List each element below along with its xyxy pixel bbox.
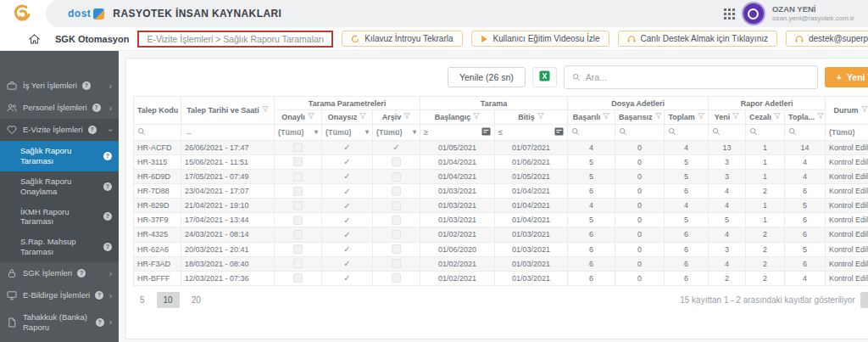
help-badge[interactable]: ?: [77, 269, 86, 278]
col-bitis[interactable]: Bitiş: [495, 110, 568, 125]
search-box[interactable]: [564, 65, 818, 89]
filter-icon[interactable]: [403, 113, 410, 121]
page-button[interactable]: 1: [860, 292, 868, 308]
col-talep-tarihi[interactable]: Talep Tarihi ve Saati: [181, 97, 275, 125]
help-badge[interactable]: ?: [103, 212, 112, 221]
baslangic-cell: 01/03/2021: [420, 199, 495, 213]
col-onayli[interactable]: Onaylı: [275, 110, 322, 125]
nav-action-button-3[interactable]: destek@superportal.com: [786, 31, 868, 47]
talep-kodu-filter[interactable]: [134, 124, 181, 140]
search-input[interactable]: [586, 72, 810, 82]
onaysiz-filter-select[interactable]: (Tümü)▾: [322, 124, 373, 140]
col-arsiv[interactable]: Arşiv: [373, 110, 420, 125]
checkbox-unchecked: [392, 201, 401, 210]
bitis-date-filter[interactable]: ≤: [495, 124, 568, 140]
help-badge[interactable]: ?: [95, 291, 103, 300]
talep-kodu-cell: HR-3115: [134, 154, 181, 169]
checkbox-unchecked: [293, 201, 303, 210]
help-badge[interactable]: ?: [103, 243, 112, 251]
table-row: HR-7D8823/04/2021 - 17:07✓01/03/202101/0…: [134, 184, 868, 199]
durum-filter-select[interactable]: (Tümü)▾: [826, 124, 868, 140]
gte-icon: ≥: [424, 128, 428, 137]
col-toplam[interactable]: Toplam: [665, 110, 709, 125]
toplam-rapor-filter[interactable]: [785, 124, 826, 140]
filter-icon[interactable]: [262, 106, 269, 115]
checkbox-unchecked: [392, 172, 401, 182]
chevron-right-icon: ›: [109, 269, 112, 278]
basarisiz-cell: 0: [615, 140, 665, 154]
search-icon: [712, 129, 721, 137]
basarili-filter[interactable]: [568, 124, 615, 140]
col-cezali[interactable]: Cezalı: [746, 110, 785, 125]
user-avatar[interactable]: [743, 3, 764, 24]
toplam-rapor-cell: 4: [785, 271, 826, 285]
col-toplam-rapor[interactable]: Topla...: [785, 110, 826, 125]
home-icon[interactable]: [29, 34, 40, 44]
filter-icon[interactable]: [698, 113, 704, 121]
sidebar-item[interactable]: SGK İşlemleri?›: [0, 262, 119, 284]
sidebar-subitem[interactable]: İKMH Raporu Taraması?: [0, 202, 119, 233]
excel-export-button[interactable]: [532, 67, 557, 87]
yeni-filter[interactable]: [709, 124, 746, 140]
filter-icon[interactable]: [603, 113, 609, 121]
basarisiz-cell: 0: [615, 213, 665, 227]
help-badge[interactable]: ?: [103, 182, 112, 191]
col-onaysiz[interactable]: Onaysız: [322, 110, 373, 125]
refresh-button[interactable]: Yenile (26 sn): [448, 67, 526, 87]
apps-grid-icon[interactable]: [724, 8, 735, 20]
sidebar-item[interactable]: E-Vizite İşlemleri?›: [0, 119, 119, 141]
sidebar-item[interactable]: SGK Oturum Yardımcısı?: [0, 339, 119, 342]
filter-icon[interactable]: [817, 113, 824, 121]
user-info[interactable]: OZAN YENİ ozan.yeni@rasyotek.com.tr: [772, 5, 858, 22]
sidebar-item[interactable]: İş Yeri İşlemleri?›: [0, 75, 119, 97]
page-size-button[interactable]: 10: [157, 292, 180, 308]
yeni-cell: 3: [709, 242, 746, 256]
help-badge[interactable]: ?: [82, 81, 91, 90]
nav-action-button-2[interactable]: Canlı Destek Almak için Tıklayınız: [618, 31, 777, 47]
talep-tarihi-filter[interactable]: ↔: [181, 124, 275, 140]
onaysiz-cell: ✓: [322, 140, 373, 154]
onaysiz-cell: ✓: [322, 256, 373, 271]
filter-icon[interactable]: [774, 113, 781, 121]
sidebar-item[interactable]: E-Bildirge İşlemleri?›: [0, 284, 119, 306]
col-durum[interactable]: Durum: [826, 97, 868, 125]
calendar-icon[interactable]: [481, 126, 491, 137]
calendar-icon[interactable]: [554, 126, 564, 137]
sidebar-subitem[interactable]: S.Rap. Mahsup Taraması?: [0, 232, 119, 262]
onayli-filter-select[interactable]: (Tümü)▾: [275, 124, 322, 140]
nav-action-button-1[interactable]: Kullanıcı Eğitim Videosu İzle: [471, 31, 609, 47]
filter-icon[interactable]: [537, 113, 544, 121]
help-badge[interactable]: ?: [96, 318, 104, 327]
cezali-filter[interactable]: [746, 124, 785, 140]
help-badge[interactable]: ?: [92, 104, 101, 112]
sidebar-item[interactable]: Tahakkuk (Banka) Raporu?›: [0, 306, 119, 339]
pagination-summary: 15 kayıttan 1 - 2 arasındaki kayıtlar gö…: [680, 295, 855, 305]
arsiv-cell: ✓: [373, 140, 420, 154]
col-basarisiz[interactable]: Başarısız: [615, 110, 665, 125]
filter-icon[interactable]: [359, 113, 366, 121]
help-badge[interactable]: ?: [88, 126, 97, 134]
col-yeni[interactable]: Yeni: [709, 110, 746, 125]
toplam-rapor-cell: 6: [785, 256, 826, 271]
basarisiz-filter[interactable]: [615, 124, 665, 140]
col-talep-kodu[interactable]: Talep Kodu: [134, 97, 181, 125]
arsiv-filter-select[interactable]: (Tümü)▾: [373, 124, 420, 140]
col-baslangic[interactable]: Başlangıç: [420, 110, 495, 125]
sidebar-item[interactable]: Personel İşlemleri?›: [0, 97, 119, 119]
filter-icon[interactable]: [861, 106, 868, 115]
checkmark-icon: ✓: [343, 216, 350, 225]
sidebar-subitem[interactable]: Sağlık Raporu Taraması?: [0, 141, 119, 171]
help-badge[interactable]: ?: [103, 152, 112, 160]
col-basarili[interactable]: Başarılı: [568, 110, 615, 125]
new-request-button[interactable]: + Yeni Talep: [825, 67, 868, 87]
filter-icon[interactable]: [732, 113, 739, 121]
page-size-button[interactable]: 5: [133, 292, 152, 308]
filter-icon[interactable]: [473, 113, 480, 121]
filter-icon[interactable]: [308, 113, 314, 121]
filter-icon[interactable]: [655, 113, 662, 121]
sidebar-subitem[interactable]: Sağlık Raporu Onaylama?: [0, 171, 119, 202]
nav-action-button-0[interactable]: Kılavuz İntroyu Tekrarla: [342, 31, 462, 47]
toplam-filter[interactable]: [665, 124, 709, 140]
page-size-button[interactable]: 20: [185, 292, 208, 308]
baslangic-date-filter[interactable]: ≥: [420, 124, 495, 140]
